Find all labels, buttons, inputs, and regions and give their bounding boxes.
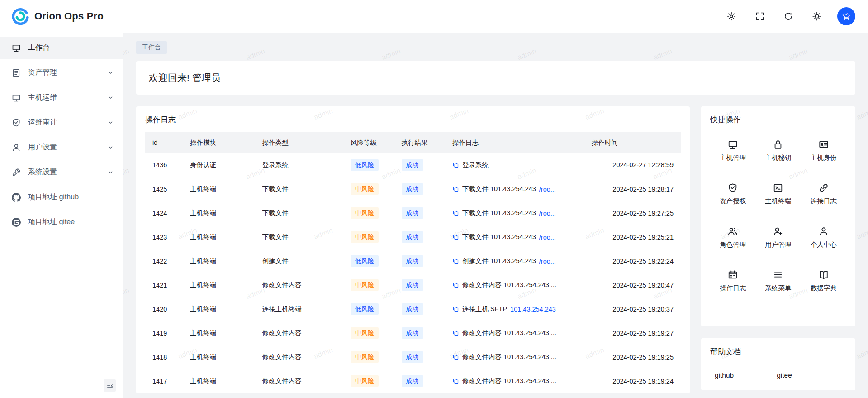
quick-action-label: 主机秘钥 [765, 153, 791, 162]
log-type: 连接主机终端 [255, 297, 343, 321]
column-header: 操作类型 [255, 132, 343, 153]
refresh-icon [784, 12, 793, 21]
help-link-gitee[interactable]: gitee [777, 371, 792, 379]
brand[interactable]: Orion Ops Pro [12, 8, 104, 25]
quick-action-label: 数据字典 [811, 284, 837, 293]
copy-icon[interactable] [452, 330, 459, 336]
risk-badge: 中风险 [351, 279, 379, 291]
quick-action-host-management[interactable]: 主机管理 [710, 139, 755, 162]
quick-action-operation-logs[interactable]: 操作日志 [710, 270, 755, 293]
sidebar-item-github[interactable]: 项目地址 github [0, 186, 123, 208]
sidebar-item-label: 项目地址 gitee [28, 217, 111, 227]
log-module: 主机终端 [183, 225, 255, 249]
copy-icon[interactable] [452, 234, 459, 240]
app-shell: 工作台资产管理主机运维运维审计用户设置系统设置项目地址 github项目地址 g… [0, 33, 868, 398]
right-column: 快捷操作 主机管理主机秘钥主机身份资产授权主机终端连接日志角色管理用户管理个人中… [701, 106, 855, 390]
dashboard-icon [12, 43, 21, 53]
log-link[interactable]: /roo... [539, 258, 556, 265]
log-module: 主机终端 [183, 273, 255, 297]
user-avatar[interactable]: 管 [837, 7, 855, 25]
quick-actions-card: 快捷操作 主机管理主机秘钥主机身份资产授权主机终端连接日志角色管理用户管理个人中… [701, 106, 855, 326]
sidebar: 工作台资产管理主机运维运维审计用户设置系统设置项目地址 github项目地址 g… [0, 33, 123, 398]
refresh-button[interactable] [780, 8, 797, 24]
log-time: 2024-02-25 19:25:21 [584, 225, 681, 249]
log-link[interactable]: /roo... [539, 210, 556, 217]
sidebar-item-workbench[interactable]: 工作台 [0, 37, 123, 59]
help-link-github[interactable]: github [715, 371, 734, 379]
desktop-icon [12, 93, 21, 102]
breadcrumb: 工作台 [136, 41, 855, 54]
user-icon [12, 143, 21, 152]
sidebar-item-gitee[interactable]: 项目地址 gitee [0, 211, 123, 233]
log-message: 下载文件 101.43.254.243 [462, 185, 536, 193]
copy-icon[interactable] [452, 354, 459, 360]
quick-action-user-management[interactable]: 用户管理 [755, 226, 801, 249]
watermark-text: admin [123, 286, 130, 301]
sidebar-item-label: 用户设置 [28, 143, 111, 152]
sidebar-item-asset-management[interactable]: 资产管理 [0, 62, 123, 84]
sidebar-item-system-settings[interactable]: 系统设置 [0, 161, 123, 183]
chevron-down-icon [107, 119, 114, 126]
log-type: 修改文件内容 [255, 273, 343, 297]
quick-action-host-terminal[interactable]: 主机终端 [755, 183, 801, 206]
quick-action-host-keys[interactable]: 主机秘钥 [755, 139, 801, 162]
lock-icon [773, 139, 783, 149]
copy-icon[interactable] [452, 186, 459, 192]
settings-button[interactable] [809, 8, 825, 24]
log-row: 1425主机终端下载文件中风险成功下载文件 101.43.254.243/roo… [145, 177, 681, 201]
fullscreen-button[interactable] [752, 8, 768, 24]
fullscreen-icon [755, 12, 764, 21]
log-link[interactable]: /roo... [539, 234, 556, 241]
column-header: 操作日志 [445, 132, 584, 153]
quick-action-label: 操作日志 [720, 284, 746, 293]
breadcrumb-item-workbench[interactable]: 工作台 [136, 41, 167, 54]
quick-action-role-management[interactable]: 角色管理 [710, 226, 755, 249]
quick-action-label: 系统菜单 [765, 284, 791, 293]
quick-action-data-dictionary[interactable]: 数据字典 [801, 270, 846, 293]
quick-action-label: 主机终端 [765, 197, 791, 206]
log-message: 修改文件内容 101.43.254.243 ... [462, 353, 556, 361]
top-header: Orion Ops Pro 管 [0, 0, 868, 33]
log-link[interactable]: /roo... [539, 186, 556, 193]
copy-icon[interactable] [452, 282, 459, 288]
quick-action-system-menu[interactable]: 系统菜单 [755, 270, 801, 293]
log-time: 2024-02-25 19:19:27 [584, 321, 681, 345]
log-time: 2024-02-27 12:28:59 [584, 153, 681, 177]
quick-actions-title: 快捷操作 [710, 115, 846, 125]
quick-action-personal-center[interactable]: 个人中心 [801, 226, 846, 249]
copy-icon[interactable] [452, 162, 459, 168]
copy-icon[interactable] [452, 210, 459, 216]
watermark-text: admin [123, 167, 130, 181]
quick-action-label: 用户管理 [765, 240, 791, 249]
quick-action-asset-authorization[interactable]: 资产授权 [710, 183, 755, 206]
quick-action-connection-logs[interactable]: 连接日志 [801, 183, 846, 206]
sidebar-item-user-settings[interactable]: 用户设置 [0, 136, 123, 158]
collapse-sidebar-button[interactable] [104, 379, 116, 392]
log-row: 1421主机终端修改文件内容中风险成功修改文件内容 101.43.254.243… [145, 273, 681, 297]
terminal-icon [773, 183, 783, 193]
menu-icon [773, 270, 783, 280]
copy-icon[interactable] [452, 306, 459, 312]
sidebar-item-ops-audit[interactable]: 运维审计 [0, 111, 123, 134]
quick-action-label: 个人中心 [811, 240, 837, 249]
log-link[interactable]: 101.43.254.243 [510, 306, 556, 313]
risk-badge: 中风险 [351, 207, 379, 219]
chevron-down-icon [107, 169, 114, 176]
copy-icon[interactable] [452, 378, 459, 384]
log-table-body: 1436身份认证登录系统低风险成功登录系统2024-02-27 12:28:59… [145, 153, 681, 393]
log-module: 主机终端 [183, 201, 255, 225]
log-module: 主机终端 [183, 321, 255, 345]
sidebar-item-host-ops[interactable]: 主机运维 [0, 86, 123, 109]
shield-icon [12, 118, 21, 127]
risk-badge: 中风险 [351, 351, 379, 363]
quick-action-host-identity[interactable]: 主机身份 [801, 139, 846, 162]
sidebar-item-label: 项目地址 github [28, 192, 111, 202]
gitee-icon [12, 218, 21, 227]
log-type: 登录系统 [255, 153, 343, 177]
risk-badge: 中风险 [351, 231, 379, 243]
column-header: 操作时间 [584, 132, 681, 153]
quick-action-label: 主机身份 [811, 153, 837, 162]
risk-badge: 中风险 [351, 375, 379, 387]
theme-toggle-button[interactable] [723, 8, 740, 24]
copy-icon[interactable] [452, 258, 459, 264]
